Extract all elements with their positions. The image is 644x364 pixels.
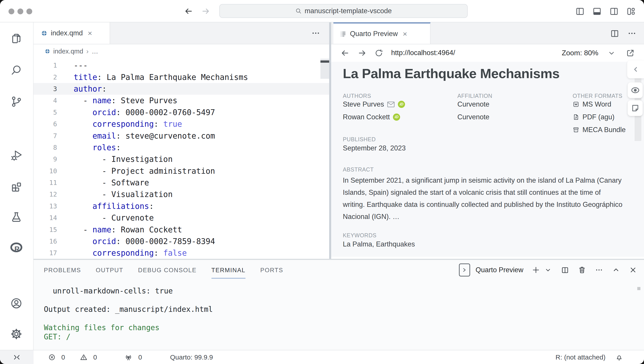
toggle-panel-button[interactable] [592, 6, 602, 17]
preview-note-button[interactable] [628, 100, 643, 116]
email-link[interactable] [387, 101, 395, 108]
maximize-panel-button[interactable] [612, 265, 620, 274]
sidebar-item-explorer[interactable] [9, 31, 24, 46]
problems-status[interactable]: 0 0 [48, 350, 97, 364]
preview-zoom-label[interactable]: Zoom: 80% [558, 49, 598, 57]
panel-tab-debug-console[interactable]: DEBUG CONSOLE [138, 261, 197, 279]
files-icon [10, 32, 22, 45]
preview-refresh-button[interactable] [373, 48, 384, 59]
line-number: 1 [34, 62, 57, 69]
terminal-output[interactable]: unroll-markdown-cells: true Output creat… [44, 286, 213, 341]
line-number: 15 [34, 226, 57, 233]
kill-terminal-button[interactable] [578, 265, 586, 274]
panel-tab-problems[interactable]: PROBLEMS [44, 261, 81, 279]
panel-tab-ports[interactable]: PORTS [260, 261, 283, 279]
panel-tab-output[interactable]: OUTPUT [96, 261, 123, 279]
sidebar-item-run-and-debug[interactable] [9, 148, 24, 163]
minimize-window-button[interactable] [18, 9, 23, 14]
code-line[interactable]: 10 - Project administration [34, 165, 329, 177]
breadcrumb[interactable]: index.qmd › … [34, 44, 329, 58]
code-line[interactable]: 5 orcid: 0000-0002-0760-5497 [34, 107, 329, 118]
sidebar-item-extensions[interactable] [9, 180, 24, 194]
editor-actions-more-button[interactable] [309, 28, 322, 39]
code-line[interactable]: 15 - name: Rowan Cockett [34, 224, 329, 235]
quarto-version-status[interactable]: Quarto: 99.9.9 [170, 350, 213, 364]
code-line[interactable]: 11 - Software [34, 177, 329, 188]
sidebar-item-source-control[interactable] [9, 95, 24, 109]
code-token [74, 131, 92, 140]
history-forward-button[interactable] [201, 6, 211, 16]
orcid-icon[interactable]: iD [398, 101, 405, 108]
tab-quarto-preview[interactable]: Quarto Preview × [334, 22, 430, 44]
zoom-dropdown-button[interactable] [606, 48, 617, 59]
sidebar-item-search[interactable] [9, 63, 24, 78]
split-editor-button[interactable] [609, 28, 620, 39]
split-editor-icon [610, 29, 620, 38]
author-name[interactable]: Steve Purves [343, 100, 384, 108]
author-name[interactable]: Rowan Cockett [343, 113, 390, 121]
terminal-scrollbar[interactable] [637, 287, 640, 290]
terminal-selector[interactable]: Quarto Preview [459, 263, 524, 276]
preview-visibility-button[interactable] [628, 82, 643, 98]
orcid-icon[interactable]: iD [393, 114, 400, 121]
account-button[interactable] [9, 296, 24, 310]
code-line[interactable]: 14 - Curvenote [34, 212, 329, 224]
code-line[interactable]: 7 email: steve@curvenote.com [34, 130, 329, 142]
ports-status[interactable]: 0 [124, 350, 142, 364]
code-line[interactable]: 8 roles: [34, 142, 329, 153]
code-line[interactable]: 9 - Investigation [34, 153, 329, 165]
bell-icon[interactable] [615, 353, 623, 361]
terminal-profile-dropdown[interactable] [544, 265, 552, 274]
editor-preview-divider[interactable] [329, 22, 331, 259]
code-token: --- [74, 61, 88, 70]
zoom-window-button[interactable] [26, 9, 32, 14]
code-line[interactable]: 17 corresponding: false [34, 247, 329, 259]
title-bar: manuscript-template-vscode [0, 0, 644, 22]
format-link-pdf[interactable]: PDF (agu) [572, 112, 614, 122]
collapse-panel-tab[interactable] [627, 61, 644, 78]
preview-url[interactable]: http://localhost:4964/ [391, 49, 455, 57]
meca-icon [572, 127, 579, 133]
settings-button[interactable] [9, 327, 24, 341]
history-back-button[interactable] [184, 6, 193, 16]
toggle-primary-sidebar-button[interactable] [575, 6, 585, 17]
preview-back-button[interactable] [339, 48, 350, 59]
code-line[interactable]: 13 affiliations: [34, 200, 329, 212]
code-line[interactable]: 2title: La Palma Earthquake Mechanisms [34, 71, 329, 83]
close-tab-icon[interactable]: × [86, 29, 94, 37]
sidebar-item-testing[interactable] [9, 210, 24, 224]
published-date: September 28, 2023 [343, 144, 406, 152]
close-tab-icon[interactable]: × [402, 30, 408, 38]
breadcrumb-more[interactable]: … [92, 48, 98, 55]
panel-more-actions-button[interactable] [594, 265, 604, 274]
format-link-meca[interactable]: MECA Bundle [572, 125, 626, 135]
open-external-button[interactable] [625, 48, 636, 59]
command-center-search[interactable]: manuscript-template-vscode [219, 4, 468, 18]
code-lines[interactable]: 1---2title: La Palma Earthquake Mechanis… [34, 60, 329, 259]
new-terminal-button[interactable] [532, 265, 540, 274]
r-session-status[interactable]: R: (not attached) [556, 353, 606, 361]
close-panel-button[interactable] [628, 265, 638, 274]
code-line[interactable]: 3author: [34, 83, 329, 95]
code-line[interactable]: 4 - name: Steve Purves [34, 95, 329, 106]
error-count: 0 [61, 353, 65, 361]
close-window-button[interactable] [8, 9, 14, 14]
code-line[interactable]: 6 corresponding: true [34, 118, 329, 130]
preview-forward-button[interactable] [357, 48, 368, 59]
panel-tab-terminal[interactable]: TERMINAL [212, 261, 246, 279]
format-link-word[interactable]: MS Word [572, 99, 611, 109]
broadcast-tower-icon [124, 353, 132, 361]
customize-layout-button[interactable] [626, 6, 636, 17]
breadcrumb-file[interactable]: index.qmd [53, 48, 83, 55]
code-line[interactable]: 12 - Visualization [34, 188, 329, 200]
preview-more-actions-button[interactable] [626, 28, 637, 39]
remote-indicator[interactable] [0, 350, 34, 364]
document-title: La Palma Earthquake Mechanisms [343, 66, 560, 81]
split-terminal-button[interactable] [560, 265, 570, 274]
sidebar-item-r-language[interactable]: R [9, 241, 24, 255]
terminal-line [44, 314, 213, 323]
code-line[interactable]: 1--- [34, 60, 329, 71]
toggle-secondary-sidebar-button[interactable] [609, 6, 620, 17]
code-line[interactable]: 16 orcid: 0000-0002-7859-8394 [34, 235, 329, 247]
tab-index-qmd[interactable]: index.qmd × [34, 22, 110, 44]
